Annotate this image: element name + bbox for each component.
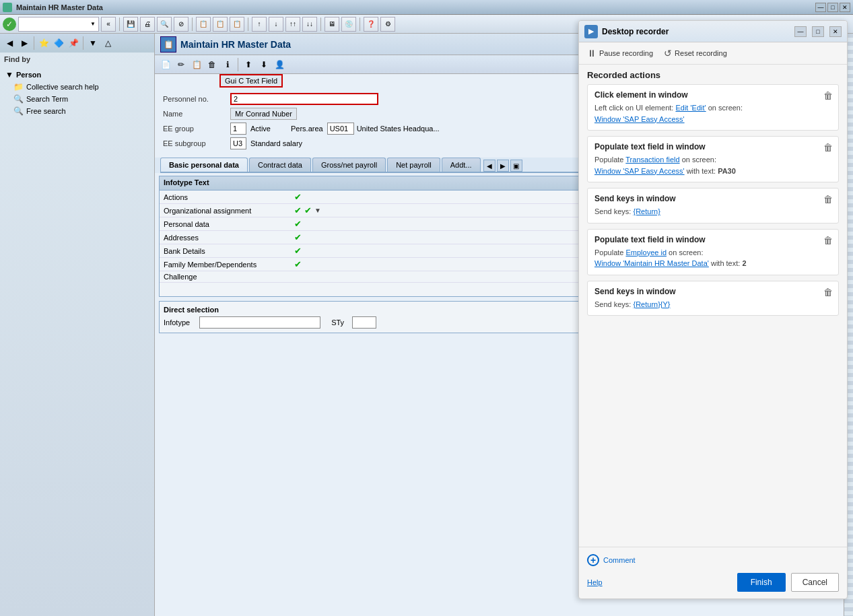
command-dropdown[interactable]: ▼ [18,17,99,32]
lp-btn-5[interactable]: 📌 [67,36,80,50]
dropdown-arrow-icon: ▼ [90,21,96,27]
cancel-button[interactable]: Cancel [791,573,839,592]
pers-area-input[interactable] [327,123,354,135]
tab-basic-personal-data[interactable]: Basic personal data [160,158,248,172]
action-4-element-link[interactable]: Employee id [625,248,667,256]
mt-btn-up[interactable]: ⬆ [242,58,255,71]
action-card-4: Populate text field in window Populate E… [587,229,839,275]
infotype-col-header: Infotype Text [164,178,640,188]
action-card-1: Click element in window Left click on UI… [587,84,839,131]
nav-back-button[interactable]: « [101,17,116,32]
find-button[interactable]: 🔍 [157,17,172,32]
recorder-maximize-btn[interactable]: □ [812,26,824,37]
mt-btn-delete[interactable]: 🗑 [205,58,219,71]
action-2-screen-link[interactable]: Window 'SAP Easy Access' [594,167,685,175]
action-4-delete-btn[interactable]: 🗑 [823,235,833,246]
reset-icon: ↺ [664,48,672,59]
tab-net-payroll[interactable]: Net payroll [387,158,440,172]
action-5-delete-btn[interactable]: 🗑 [823,287,833,298]
pers-area-text: United States Headqua... [357,125,440,133]
infotype-input[interactable] [199,316,320,329]
maximize-button[interactable]: □ [827,3,838,12]
reset-recording-btn[interactable]: ↺ Reset recording [664,48,727,59]
ee-subgroup-input[interactable] [230,137,246,149]
print-button[interactable]: 🖨 [140,17,155,32]
sty-input[interactable] [352,316,376,329]
ee-subgroup-text: Standard salary [250,139,302,147]
pause-recording-btn[interactable]: ⏸ Pause recording [587,48,653,59]
action-4-screen-link[interactable]: Window 'Maintain HR Master Data' [594,259,709,267]
help-link[interactable]: Help [587,578,603,586]
action-3-keys-link[interactable]: {Return} [633,207,660,215]
recorder-title-bar: ▶ Desktop recorder — □ ✕ [579,21,847,42]
recorder-minimize-btn[interactable]: — [794,26,807,37]
action-2-title: Populate text field in window [594,142,831,151]
tab-gross-net-payroll[interactable]: Gross/net payroll [312,158,386,172]
action-2-desc: Populate Transaction field on screen: Wi… [594,154,831,176]
mt-btn-extra[interactable]: 👤 [273,58,286,71]
lp-btn-2[interactable]: ▶ [18,36,31,50]
action-1-screen-link[interactable]: Window 'SAP Easy Access' [594,115,685,123]
recorder-title: Desktop recorder [602,27,789,36]
tb-btn-4[interactable]: ↑ [252,17,267,32]
title-bar: Maintain HR Master Data — □ ✕ [0,0,853,15]
tb-btn-3[interactable]: 📋 [230,17,244,32]
action-5-keys-link[interactable]: {Return}{Y} [633,300,670,308]
lp-btn-3[interactable]: ⭐ [37,36,50,50]
window-controls: — □ ✕ [815,3,850,12]
action-1-delete-btn[interactable]: 🗑 [823,90,833,101]
tb-btn-5[interactable]: ↓ [269,17,283,32]
recorder-content: Recorded actions Click element in window… [579,65,847,547]
lp-btn-1[interactable]: ◀ [3,36,16,50]
toolbar-separator-5 [360,18,360,31]
finish-button[interactable]: Finish [737,573,786,592]
action-card-5: Send keys in window Send keys: {Return}{… [587,281,839,316]
recorder-close-btn[interactable]: ✕ [829,26,842,37]
mt-btn-edit[interactable]: ✏ [174,58,188,71]
settings-button[interactable]: ⚙ [380,17,395,32]
lp-btn-6[interactable]: ▼ [86,36,100,50]
mt-btn-copy[interactable]: 📋 [190,58,203,71]
tree-node-collective-search[interactable]: 📁 Collective search help [3,81,151,93]
action-3-delete-btn[interactable]: 🗑 [823,194,833,205]
tb-btn-6[interactable]: ↑↑ [285,17,300,32]
app-icon [3,3,12,12]
module-title: Maintain HR Master Data [180,39,291,50]
help-button[interactable]: ❓ [364,17,378,32]
recorder-btns: Finish Cancel [737,573,839,592]
tab-prev-btn[interactable]: ◀ [483,160,496,172]
recorder-actions-row: Help Finish Cancel [587,573,839,592]
tb-btn-2[interactable]: 📋 [213,17,228,32]
tb-btn-9[interactable]: 💿 [341,17,356,32]
close-button[interactable]: ✕ [840,3,850,12]
minimize-button[interactable]: — [815,3,826,12]
lp-btn-4[interactable]: 🔷 [52,36,65,50]
personnel-no-input[interactable] [230,93,378,105]
tb-btn-7[interactable]: ↓↓ [302,17,317,32]
tree-node-free-label: Free search [26,107,66,115]
gui-tooltip: Gui C Text Field [219,74,283,88]
mt-btn-new[interactable]: 📄 [159,58,172,71]
tree-node-free-search[interactable]: 🔍 Free search [3,105,151,117]
save-button[interactable]: 💾 [123,17,138,32]
tab-contract-data[interactable]: Contract data [249,158,311,172]
find-next-button[interactable]: ⊘ [174,17,189,32]
tb-btn-1[interactable]: 📋 [196,17,211,32]
action-2-element-link[interactable]: Transaction field [625,156,679,164]
lp-btn-7[interactable]: △ [101,36,114,50]
ee-group-input[interactable] [230,123,246,135]
action-2-delete-btn[interactable]: 🗑 [823,142,833,153]
person-icon: ▼ [5,70,13,79]
action-1-element-link[interactable]: Edit 'Edit' [675,104,706,112]
tab-addt[interactable]: Addt... [442,158,481,172]
tb-btn-8[interactable]: 🖥 [325,17,339,32]
tab-next-btn[interactable]: ▶ [497,160,509,172]
tree-node-search-term[interactable]: 🔍 Search Term [3,93,151,105]
tab-last-btn[interactable]: ▣ [510,160,522,172]
tree-node-person[interactable]: ▼ Person [3,69,151,81]
add-comment-btn[interactable]: + Comment [587,554,636,566]
mt-btn-down[interactable]: ⬇ [257,58,271,71]
action-1-desc: Left click on UI element: Edit 'Edit' on… [594,102,831,125]
tree-node-person-label: Person [16,71,41,79]
mt-btn-info[interactable]: ℹ [221,58,234,71]
